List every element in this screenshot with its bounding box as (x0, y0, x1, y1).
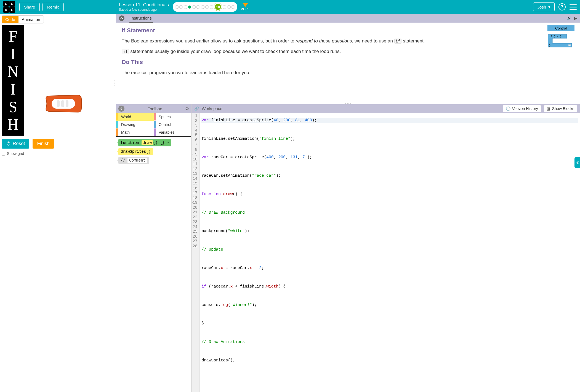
blocks-icon: ▦ (547, 106, 550, 111)
progress-dot[interactable] (201, 5, 204, 9)
show-grid-checkbox[interactable] (2, 152, 5, 155)
category-math[interactable]: Math (116, 128, 154, 136)
show-blocks-button[interactable]: ▦Show Blocks (544, 105, 577, 112)
progress-bar[interactable]: 10 (173, 2, 237, 12)
code-content[interactable]: var finishLine = createSprite(40, 200, 8… (200, 113, 580, 392)
category-world[interactable]: World (116, 113, 154, 121)
control-example: Control if ( ) { } + (547, 25, 574, 49)
chevron-down-icon: ▾ (548, 4, 550, 9)
chevron-left-icon (576, 161, 579, 165)
reset-icon (6, 141, 11, 146)
progress-dot[interactable] (232, 5, 235, 9)
category-drawing[interactable]: Drawing (116, 121, 154, 128)
line-gutter: 12345678▾9101112131415161718▾19202122232… (191, 113, 200, 392)
progress-dot[interactable] (223, 5, 226, 9)
header: CODE Share Remix Lesson 11: Conditionals… (0, 0, 580, 14)
race-car-sprite (45, 94, 82, 114)
finish-line-sprite: FINISH (2, 25, 24, 136)
version-history-button[interactable]: 🕘Version History (503, 105, 541, 112)
progress-dot[interactable] (210, 5, 213, 9)
tab-animation[interactable]: Animation (18, 16, 44, 23)
lesson-title: Lesson 11: Conditionals (119, 2, 169, 8)
instructions-header: Instructions 🔊 ▶ (116, 14, 580, 23)
right-panel: Instructions 🔊 ▶ Control if ( ) { } + If… (116, 14, 580, 392)
progress-dot[interactable] (205, 5, 209, 9)
lesson-info: Lesson 11: Conditionals Saved a few seco… (119, 2, 169, 12)
gear-icon[interactable]: ⚙ (185, 106, 189, 111)
progress-dot[interactable] (196, 5, 200, 9)
play-icon[interactable]: ▶ (574, 16, 577, 20)
more-button[interactable]: MORE (241, 3, 250, 11)
clock-icon: 🕘 (506, 106, 510, 111)
progress-dot[interactable] (227, 5, 231, 9)
workspace-header: 🔗 Workspace: 🕘Version History ▦Show Bloc… (191, 104, 580, 113)
svg-rect-1 (57, 100, 60, 107)
block-comment[interactable]: // Comment (118, 157, 149, 164)
link-icon: 🔗 (194, 106, 199, 111)
category-control[interactable]: Control (154, 121, 191, 128)
share-button[interactable]: Share (19, 3, 40, 11)
do-this-heading: Do This (122, 59, 574, 65)
left-tabs: Code Animation (2, 15, 44, 23)
progress-dot[interactable] (175, 5, 179, 9)
code-editor[interactable]: 12345678▾9101112131415161718▾19202122232… (191, 113, 580, 392)
show-grid-toggle[interactable]: Show grid (2, 151, 114, 156)
remix-button[interactable]: Remix (42, 3, 64, 11)
instructions-text: if statements usually go inside your dra… (122, 48, 574, 55)
svg-text:if ( ) {: if ( ) { (549, 35, 561, 38)
tab-code[interactable]: Code (2, 16, 18, 23)
svg-rect-3 (66, 100, 68, 107)
toolbox-title: Toolbox (124, 106, 185, 111)
workspace-label: Workspace: (202, 106, 224, 111)
pull-tab[interactable] (574, 157, 580, 168)
canvas[interactable]: FINISH (2, 25, 112, 135)
sound-icon[interactable]: 🔊 (567, 16, 571, 20)
saved-status: Saved a few seconds ago (119, 8, 169, 12)
vertical-resize-handle[interactable] (115, 80, 115, 86)
toolbox: Toolbox ⚙ World Sprites Drawing Control … (116, 104, 191, 392)
svg-text:+: + (569, 44, 570, 46)
instructions-text: The Boolean expressions you used earlier… (122, 37, 574, 45)
triangle-down-icon (243, 3, 248, 7)
horizontal-resize-handle[interactable] (116, 102, 580, 104)
help-icon[interactable]: ? (558, 3, 566, 10)
collapse-icon[interactable] (119, 15, 124, 21)
progress-dot[interactable] (184, 5, 187, 9)
progress-diamond[interactable] (188, 5, 192, 9)
progress-dot[interactable] (192, 5, 196, 9)
instructions-tab[interactable]: Instructions (129, 14, 153, 23)
reset-button[interactable]: Reset (2, 139, 29, 149)
if-block-icon: if ( ) { } + (547, 34, 572, 48)
instructions-body: Control if ( ) { } + If Statement The Bo… (116, 23, 580, 102)
logo[interactable]: CODE (3, 1, 15, 13)
user-menu[interactable]: Josh ▾ (533, 2, 555, 11)
block-function-draw[interactable]: function draw() {} ⇥ (118, 139, 171, 146)
category-sprites[interactable]: Sprites (154, 113, 191, 121)
svg-text:}: } (549, 44, 550, 47)
progress-current[interactable]: 10 (214, 3, 222, 11)
toolbox-back-icon[interactable] (118, 106, 124, 112)
instructions-text: The race car program you wrote earlier i… (122, 69, 574, 76)
left-panel: Code Animation FINISH Reset Finish (0, 14, 116, 392)
instructions-heading: If Statement (122, 27, 574, 34)
category-variables[interactable]: Variables (154, 128, 191, 136)
block-drawsprites[interactable]: drawSprites() (118, 148, 153, 155)
progress-dot[interactable] (179, 5, 183, 9)
finish-button[interactable]: Finish (33, 139, 54, 149)
hamburger-icon[interactable] (570, 4, 577, 10)
svg-rect-2 (61, 100, 64, 107)
